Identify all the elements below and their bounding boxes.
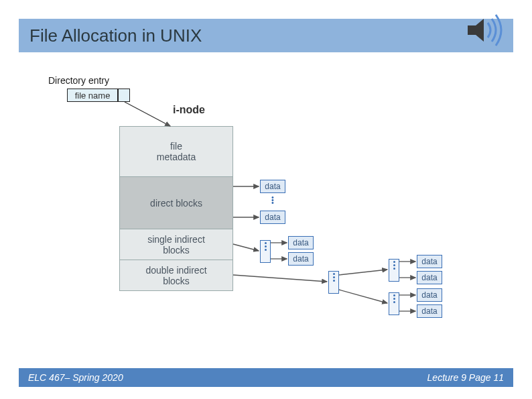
speaker-icon	[461, 11, 508, 50]
data-block: data	[417, 271, 442, 284]
slide-title: File Allocation in UNIX	[29, 25, 202, 46]
data-block: data	[417, 255, 442, 268]
pointer-table	[389, 259, 399, 282]
pointer-table	[389, 292, 399, 315]
footer-right: Lecture 9 Page 11	[427, 372, 504, 383]
pointer-table	[328, 271, 339, 294]
inode-single-cell: single indirect blocks	[120, 229, 232, 260]
data-block: data	[288, 252, 314, 266]
inode-structure: file metadata direct blocks single indir…	[119, 126, 233, 291]
file-name-box: file name	[67, 89, 118, 102]
inode-direct-cell: direct blocks	[120, 176, 232, 229]
svg-line-9	[339, 290, 387, 303]
svg-marker-0	[468, 19, 484, 42]
svg-line-1	[125, 102, 170, 126]
slide: File Allocation in UNIX Directory entry …	[0, 0, 532, 399]
data-block: data	[288, 236, 314, 249]
inode-pointer-box	[118, 89, 130, 102]
title-bar: File Allocation in UNIX	[19, 19, 513, 52]
data-block: data	[260, 180, 285, 193]
data-block: data	[417, 288, 442, 302]
data-block: data	[417, 304, 442, 318]
ellipsis-icon: •••	[271, 196, 274, 204]
footer-left: ELC 467– Spring 2020	[28, 372, 123, 383]
inode-metadata-cell: file metadata	[120, 127, 232, 176]
data-block: data	[260, 211, 285, 224]
arrows-layer	[0, 0, 532, 399]
directory-entry-label: Directory entry	[48, 75, 109, 86]
svg-line-4	[233, 244, 259, 251]
svg-line-8	[339, 270, 387, 275]
svg-line-7	[233, 275, 327, 282]
i-node-label: i-node	[173, 104, 205, 116]
inode-double-cell: double indirect blocks	[120, 260, 232, 290]
pointer-table	[260, 240, 271, 263]
footer-bar: ELC 467– Spring 2020 Lecture 9 Page 11	[19, 368, 513, 387]
